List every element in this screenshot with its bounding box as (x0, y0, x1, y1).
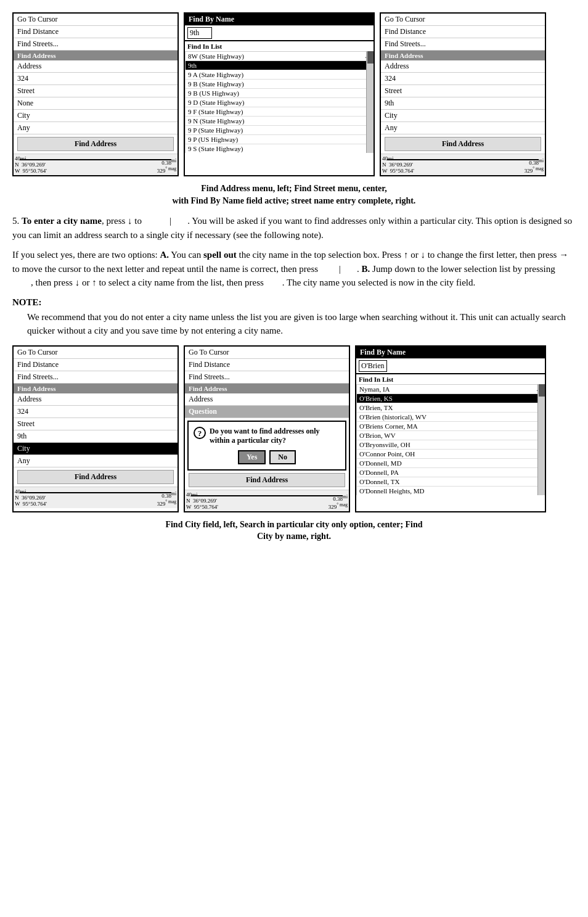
field-street-label-l2: Street (14, 418, 178, 430)
list-item-8-c1[interactable]: 9 P (State Highway) (186, 126, 373, 135)
scrollbar-c1[interactable] (366, 51, 374, 153)
find-list-items-c1: 8W (State Highway) ▲ 9th 9 A (State High… (185, 51, 374, 153)
menu-go-to-cursor-l2[interactable]: Go To Cursor (14, 347, 178, 359)
list-item-6-r2[interactable]: O'Bryonsville, OH (357, 440, 544, 450)
question-text-c2: Do you want to find addresses only withi… (210, 427, 338, 445)
field-address-label-r1: Address (381, 60, 545, 73)
menu-find-distance-c2[interactable]: Find Distance (185, 359, 349, 371)
note-header: NOTE: (12, 297, 576, 308)
list-item-3-c1[interactable]: 9 B (State Highway) (186, 80, 373, 89)
list-item-7-c1[interactable]: 9 N (State Highway) (186, 117, 373, 126)
field-city-value-l2[interactable]: Any (14, 455, 178, 467)
figure2-panels: Go To Cursor Find Distance Find Streets.… (12, 345, 576, 512)
menu-find-streets-l2[interactable]: Find Streets... (14, 371, 178, 384)
field-city-label-l2: City (14, 443, 178, 455)
menu-find-by-name-c1[interactable]: Find By Name (185, 14, 374, 26)
map-info-r1: 0.38mi 329° mag (525, 158, 544, 174)
question-dialog-c2: ? Do you want to find addresses only wit… (187, 421, 346, 471)
note-body: We recommend that you do not enter a cit… (27, 310, 576, 338)
find-input-row-c1: 9th (185, 26, 374, 41)
field-address-value-l2[interactable]: 324 (14, 406, 178, 418)
field-city-label-l1: City (14, 110, 178, 122)
section-find-address-l1: Find Address (14, 51, 178, 60)
menu-go-to-cursor-c2[interactable]: Go To Cursor (185, 347, 349, 359)
field-street-label-r1: Street (381, 85, 545, 97)
field-street-value-l2[interactable]: 9th (14, 430, 178, 443)
field-address-label-c2: Address (185, 393, 349, 406)
find-list-c1[interactable]: 8W (State Highway) ▲ 9th 9 A (State High… (185, 51, 374, 153)
find-in-list-label-r2: Find In List (356, 374, 545, 384)
field-address-label-l1: Address (14, 60, 178, 73)
field-address-value-r1[interactable]: 324 (381, 73, 545, 85)
list-item-6-c1[interactable]: 9 F (State Highway) (186, 107, 373, 117)
map-display-l2: 40mi N 36°09.269' W 95°50.764' 0.38mi 32… (14, 487, 178, 508)
field-street-value-l1[interactable]: None (14, 97, 178, 110)
list-item-2-c1[interactable]: 9 A (State Highway) (186, 70, 373, 80)
map-display-c2: 40mi N 36°09.269' W 95°50.764' 0.38mi 32… (185, 490, 349, 511)
no-button-c2[interactable]: No (269, 450, 296, 464)
find-list-r2[interactable]: Nyman, IA ▲ O'Brien, KS O'Brien, TX O'Br… (356, 384, 545, 495)
find-address-btn-l2[interactable]: Find Address (17, 470, 174, 484)
map-display-l1: 40mi N 36°09.269' W 95°50.764' 0.38mi 32… (14, 154, 178, 175)
yes-button-c2[interactable]: Yes (238, 450, 266, 464)
list-item-0-c1[interactable]: 8W (State Highway) ▲ (186, 52, 373, 61)
field-street-label-l1: Street (14, 85, 178, 97)
menu-find-distance-l1[interactable]: Find Distance (14, 26, 178, 38)
section-find-address-l2: Find Address (14, 384, 178, 393)
map-scale-c2: 40mi (186, 491, 198, 498)
panel-right-fig2: Find By Name O'Brien Find In List Nyman,… (355, 345, 546, 512)
figure1-panels: Go To Cursor Find Distance Find Streets.… (12, 12, 576, 176)
panel-center-fig1: Find By Name 9th Find In List 8W (State … (184, 12, 375, 176)
map-scale-l1: 40mi (15, 155, 27, 162)
figure2-caption: Find City field, left, Search in particu… (12, 519, 576, 543)
list-item-9-r2[interactable]: O'Donnell, PA (357, 468, 544, 477)
menu-find-streets-l1[interactable]: Find Streets... (14, 38, 178, 51)
list-item-5-r2[interactable]: O'Brion, WV (357, 431, 544, 440)
find-address-btn-c2[interactable]: Find Address (189, 473, 345, 487)
list-item-10-r2[interactable]: O'Donnell, TX (357, 477, 544, 487)
find-input-r2[interactable]: O'Brien (359, 360, 387, 372)
field-address-value-l1[interactable]: 324 (14, 73, 178, 85)
field-question-label-c2: Question (185, 406, 349, 418)
panel-left-fig1: Go To Cursor Find Distance Find Streets.… (12, 12, 179, 176)
list-item-8-r2[interactable]: O'Donnell, MD (357, 459, 544, 468)
map-coords-r1: N 36°09.269' W 95°50.764' (382, 162, 414, 174)
list-item-2-r2[interactable]: O'Brien, TX (357, 403, 544, 413)
menu-go-to-cursor-r1[interactable]: Go To Cursor (381, 14, 545, 26)
field-address-label-l2: Address (14, 393, 178, 406)
menu-find-streets-c2[interactable]: Find Streets... (185, 371, 349, 384)
find-list-items-r2: Nyman, IA ▲ O'Brien, KS O'Brien, TX O'Br… (356, 384, 545, 495)
map-coords-l1: N 36°09.269' W 95°50.764' (15, 162, 47, 174)
menu-find-distance-l2[interactable]: Find Distance (14, 359, 178, 371)
list-item-9-c1[interactable]: 9 P (US Highway) (186, 135, 373, 144)
map-info-c2: 0.38mi 329° mag (329, 494, 348, 510)
field-city-label-r1: City (381, 110, 545, 122)
list-item-10-c1[interactable]: 9 S (State Highway) (186, 144, 373, 153)
list-item-7-r2[interactable]: O'Connor Point, OH (357, 450, 544, 459)
list-item-5-c1[interactable]: 9 D (State Highway) (186, 98, 373, 107)
list-item-4-c1[interactable]: 9 B (US Highway) (186, 89, 373, 98)
list-item-0-r2[interactable]: Nyman, IA ▲ (357, 385, 544, 394)
menu-find-distance-r1[interactable]: Find Distance (381, 26, 545, 38)
field-street-value-r1[interactable]: 9th (381, 97, 545, 110)
map-display-r1: 40mi N 36°09.269' W 95°50.764' 0.38mi 32… (381, 154, 545, 175)
list-item-1-c1[interactable]: 9th (186, 61, 373, 70)
menu-find-streets-r1[interactable]: Find Streets... (381, 38, 545, 51)
scrollbar-r2[interactable] (537, 384, 545, 495)
find-address-btn-l1[interactable]: Find Address (17, 137, 174, 151)
section-find-address-r1: Find Address (381, 51, 545, 60)
menu-go-to-cursor-l1[interactable]: Go To Cursor (14, 14, 178, 26)
map-scale-r1: 40mi (382, 155, 394, 162)
list-item-1-r2[interactable]: O'Brien, KS (357, 394, 544, 403)
field-city-value-r1[interactable]: Any (381, 122, 545, 134)
field-city-value-l1[interactable]: Any (14, 122, 178, 134)
find-address-btn-r1[interactable]: Find Address (385, 137, 541, 151)
list-item-3-r2[interactable]: O'Brien (historical), WV (357, 413, 544, 422)
map-info-l1: 0.38mi 329° mag (157, 158, 176, 174)
panel-right-fig1: Go To Cursor Find Distance Find Streets.… (380, 12, 546, 176)
find-input-c1[interactable]: 9th (187, 27, 212, 39)
menu-find-by-name-r2[interactable]: Find By Name (356, 347, 545, 359)
question-icon-c2: ? (194, 427, 206, 439)
list-item-11-r2[interactable]: O'Donnell Heights, MD (357, 487, 544, 495)
list-item-4-r2[interactable]: O'Briens Corner, MA (357, 422, 544, 431)
